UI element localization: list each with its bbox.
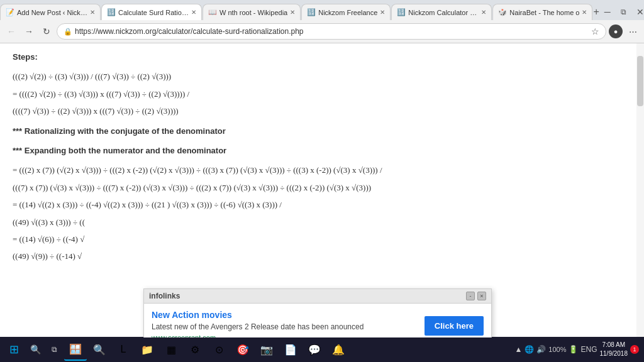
profile-button[interactable]: ● xyxy=(609,25,623,38)
popup-controls: - × xyxy=(466,292,486,300)
browser-actions: ● ⋯ xyxy=(609,24,640,39)
popup-ad-url: www.screenrant.com xyxy=(152,334,418,337)
tab-close-button[interactable]: ✕ xyxy=(380,9,385,16)
tab-favicon: 📖 xyxy=(208,8,217,17)
math-line-9: = ((14) √(6)) ÷ ((-4) √ xyxy=(13,232,631,246)
forward-button[interactable]: → xyxy=(21,24,36,39)
close-window-button[interactable]: ✕ xyxy=(633,4,644,19)
browser-tab-tab2[interactable]: 🔢 Calculate Surd Rationali ✕ xyxy=(101,4,202,20)
bookmark-icon[interactable]: ☆ xyxy=(591,26,599,36)
popup-title-text: infolinks xyxy=(149,292,180,300)
math-line-6: (((7) x (7)) (√(3) x √(3))) ÷ (((7) x (-… xyxy=(13,180,631,195)
browser-tab-tab1[interactable]: 📝 Add New Post ‹ Nickzo ✕ xyxy=(0,4,101,20)
popup-ad-title: New Action movies xyxy=(152,310,418,320)
new-tab-button[interactable]: + xyxy=(593,4,599,20)
tab-label: Calculate Surd Rationali xyxy=(118,9,189,16)
restore-button[interactable]: ⧉ xyxy=(616,4,631,19)
popup-ad-description: Latest new of the Avengers 2 Release dat… xyxy=(152,322,418,331)
math-line-5: = (((2) x (7)) (√(2) x √(3))) ÷ (((2) x … xyxy=(13,163,631,177)
browser-tab-tab4[interactable]: 🔢 Nickzom Freelance ✕ xyxy=(301,4,391,20)
address-bar[interactable]: 🔒 https://www.nickzom.org/calculator/cal… xyxy=(57,23,606,40)
popup-close-button[interactable]: × xyxy=(477,292,486,300)
nav-bar: ← → ↻ 🔒 https://www.nickzom.org/calculat… xyxy=(0,20,644,43)
tab-close-button[interactable]: ✕ xyxy=(290,9,295,16)
popup-header: infolinks - × xyxy=(144,289,491,304)
address-text: https://www.nickzom.org/calculator/calcu… xyxy=(75,27,589,36)
browser-tab-tab5[interactable]: 🔢 Nickzom Calculator Sol ✕ xyxy=(391,4,492,20)
tab-close-button[interactable]: ✕ xyxy=(582,9,587,16)
steps-label: Steps: xyxy=(13,50,631,64)
infolinks-popup: infolinks - × New Action movies Latest n… xyxy=(143,288,492,337)
refresh-button[interactable]: ↻ xyxy=(39,24,54,39)
popup-minimize-button[interactable]: - xyxy=(466,292,475,300)
tab-close-button[interactable]: ✕ xyxy=(191,9,196,16)
math-line-1: = ((((2) √(2)) ÷ ((3) √(3))) x (((7) √(3… xyxy=(13,87,631,101)
math-line-8: ((49) √((3) x (3))) ÷ (( xyxy=(13,215,631,229)
math-note-3: *** Rationalizing with the conjugate of … xyxy=(13,124,631,138)
tab-favicon: 🎲 xyxy=(498,8,507,17)
back-button[interactable]: ← xyxy=(4,24,19,39)
tab-close-button[interactable]: ✕ xyxy=(90,9,95,16)
tab-label: Nickzom Freelance xyxy=(318,9,377,16)
math-note-4: *** Expanding both the numerator and the… xyxy=(13,143,631,158)
browser-tab-tab6[interactable]: 🎲 NairaBet - The home o ✕ xyxy=(492,4,592,20)
math-line-10: ((49) √(9)) ÷ ((-14) √ xyxy=(13,249,631,263)
browser-chrome: 📝 Add New Post ‹ Nickzo ✕ 🔢 Calculate Su… xyxy=(0,0,644,43)
tab-favicon: 📝 xyxy=(6,8,14,17)
popup-content: New Action movies Latest new of the Aven… xyxy=(152,310,418,337)
math-line-0: (((2) √(2)) ÷ ((3) √(3))) / (((7) √(3)) … xyxy=(13,69,631,84)
tab-close-button[interactable]: ✕ xyxy=(481,9,486,16)
content-area: Steps: (((2) √(2)) ÷ ((3) √(3))) / (((7)… xyxy=(13,50,631,264)
minimize-button[interactable]: ─ xyxy=(600,4,615,19)
scrollbar-thumb[interactable] xyxy=(637,56,643,106)
tab-favicon: 🔢 xyxy=(307,8,316,17)
tab-label: W nth root - Wikipedia xyxy=(219,9,287,16)
more-button[interactable]: ⋯ xyxy=(625,24,640,39)
browser-tab-tab3[interactable]: 📖 W nth root - Wikipedia ✕ xyxy=(203,4,301,20)
math-line-7: = ((14) √((2) x (3))) ÷ ((-4) √((2) x (3… xyxy=(13,197,631,212)
tab-label: Nickzom Calculator Sol xyxy=(408,9,479,16)
page-content: Steps: (((2) √(2)) ÷ ((3) √(3))) / (((7)… xyxy=(0,43,644,337)
scrollbar[interactable] xyxy=(636,43,644,337)
tab-favicon: 🔢 xyxy=(107,8,116,17)
popup-body: New Action movies Latest new of the Aven… xyxy=(144,304,491,337)
tab-bar: 📝 Add New Post ‹ Nickzo ✕ 🔢 Calculate Su… xyxy=(0,0,644,20)
lock-icon: 🔒 xyxy=(64,28,72,36)
tab-label: Add New Post ‹ Nickzo xyxy=(17,9,87,16)
math-line-2: ((((7) √(3)) ÷ ((2) √(3))) x (((7) √(3))… xyxy=(13,104,631,118)
tab-label: NairaBet - The home o xyxy=(509,9,579,16)
tab-favicon: 🔢 xyxy=(397,8,406,17)
popup-click-here-button[interactable]: Click here xyxy=(425,316,484,336)
